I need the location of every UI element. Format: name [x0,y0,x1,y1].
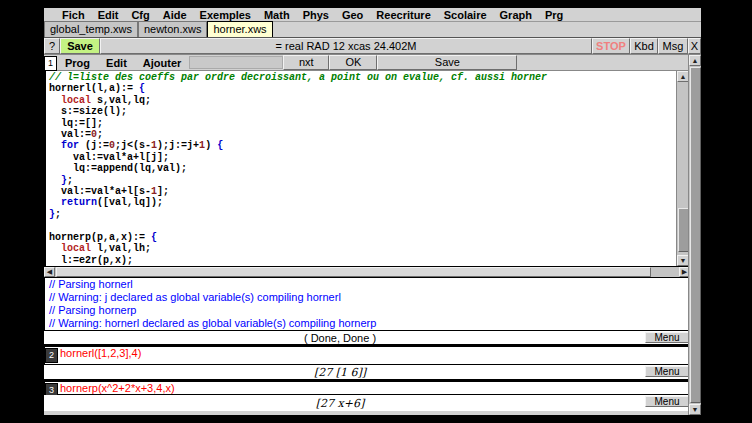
next-button[interactable]: nxt [283,55,329,70]
menu-math[interactable]: Math [264,8,290,22]
output-value-3: [27 x+6] [44,397,636,410]
parser-message: // Warning: hornerl declared as global v… [49,317,689,330]
menu-phys[interactable]: Phys [303,8,329,22]
next-label: nxt [299,56,314,69]
program-editor[interactable]: // l=liste des coeffs par ordre decroiss… [44,71,690,266]
code-line: local l,val,lh; [49,243,675,254]
menu-reecriture[interactable]: Reecriture [376,8,430,22]
screen: FichEditCfgAideExemplesMathPhysGeoReecri… [0,0,752,423]
input-row-3[interactable]: 3 hornerp(x^2+2*x+3,4,x) [44,380,690,395]
save-program-label: Save [435,56,460,69]
session-scroll-down-icon[interactable]: ▼ [689,404,701,415]
output-value-2: [27 [1 6]] [44,366,636,379]
menu-fich[interactable]: Fich [62,8,85,22]
code-line: }; [49,175,675,186]
menu-bar: FichEditCfgAideExemplesMathPhysGeoReecri… [44,8,701,22]
program-code[interactable]: // l=liste des coeffs par ordre decroiss… [49,72,675,266]
stop-button[interactable]: STOP [592,38,630,54]
output-menu-button-2[interactable]: Menu [645,366,689,377]
editor-hscroll-thumb[interactable] [56,267,651,277]
menu-aide[interactable]: Aide [163,8,187,22]
close-session-button[interactable]: X [688,38,701,54]
code-line: // l=liste des coeffs par ordre decroiss… [49,72,675,83]
menu-cfg[interactable]: Cfg [131,8,149,22]
code-line: val:=val*a+l[j]; [49,152,675,163]
session-tab-bar: global_temp.xwsnewton.xwshorner.xws [44,22,701,38]
menu-edit[interactable]: Edit [98,8,119,22]
menu-prg[interactable]: Prg [545,8,563,22]
stop-label: STOP [596,40,626,53]
code-line: hornerl(l,a):= { [49,83,675,94]
input-row-2[interactable]: 2 hornerl([1,2,3],4) [44,345,690,365]
editor-search-field[interactable] [189,56,283,69]
input-command-2[interactable]: hornerl([1,2,3],4) [60,347,141,364]
save-session-button[interactable]: Save [60,38,100,54]
code-line: local s,val,lq; [49,95,675,106]
output-row-1: ( Done, Done ) Menu [44,331,690,345]
code-line: l:=e2r(p,x); [49,255,675,266]
menu-exemples[interactable]: Exemples [200,8,251,22]
editor-toolbar: 1 ProgEditAjouter nxt OK Save [44,55,690,71]
tab-global_temp.xws[interactable]: global_temp.xws [44,21,138,37]
msg-button[interactable]: Msg [658,38,688,54]
output-row-3: [27 x+6] Menu [44,395,690,411]
kbd-button[interactable]: Kbd [630,38,658,54]
session-vertical-scrollbar[interactable]: ▲ ▼ [688,55,701,415]
input-command-3[interactable]: hornerp(x^2+2*x+3,4,x) [60,382,175,394]
code-line: val:=0; [49,129,675,140]
session-scroll-thumb[interactable] [690,67,701,403]
code-line: val:=val*a+l[s-1]; [49,186,675,197]
output-menu-button-3[interactable]: Menu [645,396,689,407]
editor-horizontal-scrollbar[interactable]: ◀ ▶ [44,266,690,277]
help-button[interactable]: ? [44,38,60,54]
code-line: lq:=append(lq,val); [49,163,675,174]
code-line [49,220,675,231]
entry-level-2[interactable]: 2 [45,348,58,363]
ok-button[interactable]: OK [329,55,377,70]
code-line: }; [49,209,675,220]
menu-geo[interactable]: Geo [342,8,363,22]
parser-message: // Parsing hornerl [49,278,689,291]
tab-newton.xws[interactable]: newton.xws [138,21,207,37]
status-button[interactable]: = real RAD 12 xcas 24.402M [100,38,592,54]
code-line: s:=size(l); [49,106,675,117]
parser-messages: // Parsing hornerl// Warning: j declared… [44,277,690,331]
parser-message: // Parsing hornerp [49,304,689,317]
scroll-left-icon[interactable]: ◀ [44,267,55,277]
editor-menus: ProgEditAjouter [57,55,189,70]
code-line: for (j:=0;j<(s-1);j:=j+1) { [49,140,675,151]
session-scroll-up-icon[interactable]: ▲ [689,55,701,66]
session-toolbar: ? Save = real RAD 12 xcas 24.402M STOP K… [44,38,701,55]
parser-message: // Warning: j declared as global variabl… [49,291,689,304]
output-row-2: [27 [1 6]] Menu [44,365,690,380]
save-program-button[interactable]: Save [377,55,517,70]
menu-scolaire[interactable]: Scolaire [444,8,487,22]
ok-label: OK [345,56,361,69]
output-value-1: ( Done, Done ) [44,332,636,344]
output-menu-button-1[interactable]: Menu [645,332,689,343]
xcas-window: FichEditCfgAideExemplesMathPhysGeoReecri… [44,8,701,415]
editor-menu-ajouter[interactable]: Ajouter [135,55,190,70]
tab-horner.xws[interactable]: horner.xws [207,21,272,37]
code-line: hornerp(p,a,x):= { [49,232,675,243]
editor-menu-edit[interactable]: Edit [98,55,135,70]
code-line: lq:=[]; [49,118,675,129]
menu-graph[interactable]: Graph [500,8,532,22]
entry-level-1[interactable]: 1 [44,56,57,71]
editor-menu-prog[interactable]: Prog [57,55,98,70]
code-line: return([val,lq]); [49,197,675,208]
